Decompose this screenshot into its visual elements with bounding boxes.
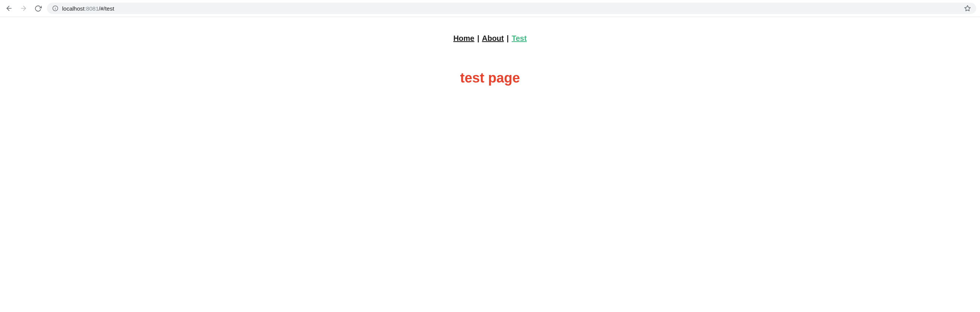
nav-link-home[interactable]: Home [453,34,474,42]
nav-separator: | [477,34,479,42]
nav-link-about[interactable]: About [482,34,504,42]
arrow-left-icon [5,5,13,12]
page-heading: test page [0,70,980,86]
url-port: :8081 [84,5,99,12]
arrow-right-icon [20,5,27,12]
address-bar[interactable]: localhost:8081/#/test [47,3,976,14]
bookmark-button[interactable] [964,5,971,12]
reload-icon [35,5,41,12]
svg-marker-5 [965,6,970,11]
star-icon [964,5,971,12]
forward-button[interactable] [18,3,29,14]
nav-links: Home | About | Test [0,34,980,43]
url-host: localhost [62,5,84,12]
reload-button[interactable] [33,3,43,14]
nav-separator: | [507,34,509,42]
url-text: localhost:8081/#/test [62,5,960,12]
browser-toolbar: localhost:8081/#/test [0,0,980,17]
page-content: Home | About | Test test page [0,17,980,86]
site-info-button[interactable] [52,5,58,11]
info-icon [52,5,58,11]
back-button[interactable] [4,3,14,14]
url-path: /#/test [99,5,115,12]
nav-link-test[interactable]: Test [512,34,527,42]
